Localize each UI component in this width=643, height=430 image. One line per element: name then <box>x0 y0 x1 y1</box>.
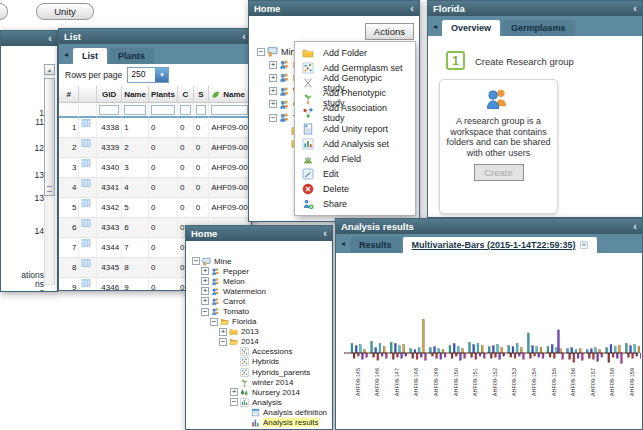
partial-toolbar-button[interactable] <box>0 3 8 20</box>
column-header-plants[interactable]: Plants <box>149 86 178 103</box>
tree-item-nursery-2014[interactable]: +Nursery 2014 <box>188 387 327 397</box>
list-tab-bar: ◂ List Plants <box>59 44 251 64</box>
filter-row <box>59 103 251 118</box>
collapse-icon[interactable]: ‹ <box>242 32 246 41</box>
scroll-up-icon[interactable]: ▲ <box>44 64 55 75</box>
filter-input-gid[interactable] <box>99 105 119 115</box>
menu-item-add-field[interactable]: Add Field <box>295 151 415 166</box>
row-grid-icon-cell <box>79 178 97 198</box>
cell-gid: 4338 <box>97 118 122 138</box>
tree-item-pepper[interactable]: +Pepper <box>188 266 327 276</box>
filter-input-name[interactable] <box>211 105 248 115</box>
tab-results[interactable]: Results <box>350 237 401 253</box>
expand-node-icon[interactable]: + <box>269 61 277 69</box>
collapse-icon[interactable]: ‹ <box>410 4 414 13</box>
expand-node-icon[interactable]: + <box>201 267 209 275</box>
tree-item-tomato[interactable]: −Tomato <box>188 306 327 316</box>
table-row[interactable]: 143381000AHF09-00 <box>59 118 251 138</box>
collapse-node-icon[interactable]: − <box>192 257 200 265</box>
home-menu-window-title: Home <box>254 3 280 14</box>
tab-scroll-left-icon[interactable]: ◂ <box>61 50 71 61</box>
filter-input-s[interactable] <box>196 105 207 115</box>
collapse-node-icon[interactable]: − <box>269 114 277 122</box>
expand-node-icon[interactable]: + <box>201 277 209 285</box>
filter-input-name[interactable] <box>124 105 146 115</box>
expand-node-icon[interactable]: + <box>201 287 209 295</box>
collapse-node-icon[interactable]: − <box>201 308 209 316</box>
tree-item-watermelon[interactable]: +Watermelon <box>188 286 327 296</box>
actions-button[interactable]: Actions <box>365 23 414 40</box>
tree-item-melon[interactable]: +Melon <box>188 276 327 286</box>
bar <box>481 346 483 353</box>
column-header-c[interactable]: C <box>178 86 194 103</box>
table-row[interactable]: 443414000AHF09-00 <box>59 178 251 198</box>
expand-node-icon[interactable]: + <box>269 74 277 82</box>
table-row[interactable]: 243392000AHF09-00 <box>59 138 251 158</box>
tree-item-winter-2014[interactable]: winter 2014 <box>188 377 327 387</box>
germplasm-icon <box>302 62 314 74</box>
collapse-node-icon[interactable]: − <box>230 398 238 406</box>
tab-multivariate-bars[interactable]: Multivariate-Bars (2015-1-14T22:59:35) × <box>403 237 598 253</box>
column-header-name[interactable]: Name <box>122 86 149 103</box>
tree-item-mine[interactable]: −Mine <box>188 256 327 266</box>
bar <box>394 344 396 354</box>
tab-scroll-left-icon[interactable]: ◂ <box>338 239 348 250</box>
menu-item-add-folder[interactable]: Add Folder <box>295 45 415 60</box>
tab-overview[interactable]: Overview <box>442 20 500 36</box>
expand-node-icon[interactable]: + <box>219 328 227 336</box>
collapse-node-icon[interactable]: − <box>257 48 265 56</box>
collapse-icon[interactable]: ‹ <box>633 4 637 13</box>
genotype-icon <box>302 77 314 89</box>
bar <box>616 353 618 358</box>
tree-item-hybrids-parents[interactable]: Hybrids_parents <box>188 367 327 377</box>
analysis-def-icon <box>251 408 260 417</box>
column-header-name[interactable]: Name <box>209 86 251 103</box>
expand-node-icon[interactable]: + <box>269 87 277 95</box>
tab-list[interactable]: List <box>73 48 107 64</box>
tab-germplasms[interactable]: Germplasms <box>502 20 575 36</box>
group-icon <box>484 86 510 112</box>
tree-item-analysis-definition[interactable]: Analysis definition <box>188 407 327 417</box>
scrollbar-thumb[interactable] <box>44 78 55 196</box>
collapse-icon[interactable]: ‹ <box>48 34 52 43</box>
column-header-icon[interactable]: # <box>59 86 79 103</box>
unity-button[interactable]: Unity <box>36 3 94 20</box>
tree-item-analysis[interactable]: −Analysis <box>188 397 327 407</box>
table-row[interactable]: 343403000AHF09-00 <box>59 158 251 178</box>
tree-item-hybrids[interactable]: Hybrids <box>188 357 327 367</box>
expand-node-icon[interactable]: + <box>201 297 209 305</box>
column-header-item[interactable] <box>79 86 97 103</box>
menu-item-edit[interactable]: Edit <box>295 167 415 182</box>
table-row[interactable]: 543425000AHF09-00 <box>59 198 251 218</box>
tab-scroll-left-icon[interactable]: ◂ <box>430 22 440 33</box>
cell-gid: 4343 <box>97 218 122 238</box>
rows-per-page-select[interactable]: 250 ▼ <box>127 67 169 83</box>
collapse-icon[interactable]: ‹ <box>323 229 327 238</box>
tree-item-label: Analysis results <box>263 418 319 427</box>
tree-item-florida[interactable]: −Florida <box>188 317 327 327</box>
create-button[interactable]: Create <box>474 164 524 181</box>
cell-c: 0 <box>178 158 194 178</box>
germplasm-icon <box>240 347 249 356</box>
menu-item-add-association-study[interactable]: Add Association study <box>295 106 415 121</box>
collapse-node-icon[interactable]: − <box>219 338 227 346</box>
tree-item-2014[interactable]: −2014 <box>188 337 327 347</box>
expand-node-icon[interactable]: + <box>269 100 277 108</box>
tree-item-carrot[interactable]: +Carrot <box>188 296 327 306</box>
expand-node-icon[interactable]: + <box>230 388 238 396</box>
filter-input-plants[interactable] <box>151 105 175 115</box>
tree-item-analysis-results[interactable]: Analysis results <box>188 418 327 428</box>
column-header-gid[interactable]: GID <box>97 86 122 103</box>
filter-input-c[interactable] <box>180 105 191 115</box>
column-header-s[interactable]: S <box>194 86 210 103</box>
tree-item-accessions[interactable]: Accessions <box>188 347 327 357</box>
menu-item-add-analysis-set[interactable]: Add Analysis set <box>295 136 415 151</box>
menu-item-share[interactable]: Share <box>295 197 415 212</box>
menu-item-delete[interactable]: Delete <box>295 182 415 197</box>
close-tab-icon[interactable]: × <box>580 241 589 249</box>
tree-item-2013[interactable]: +2013 <box>188 327 327 337</box>
tab-plants[interactable]: Plants <box>109 48 154 64</box>
cell-gid: 4339 <box>97 138 122 158</box>
collapse-icon[interactable]: ‹ <box>633 222 637 231</box>
collapse-node-icon[interactable]: − <box>210 318 218 326</box>
